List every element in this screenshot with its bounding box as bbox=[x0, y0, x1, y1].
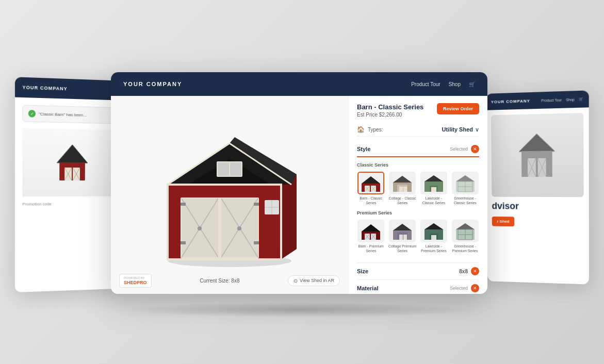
configurator-panel[interactable]: Barn - Classic Series Est Price $2,266.0… bbox=[348, 96, 487, 294]
shed-item-barn-premium[interactable]: Barn - Premium Series bbox=[357, 220, 385, 253]
shed-label-lakeside-premium: Lakeside - Premium Series bbox=[420, 244, 448, 253]
type-selector[interactable]: 🏠 Types: Utility Shed ∨ bbox=[357, 123, 479, 137]
back-right-cart-icon: 🛒 bbox=[579, 97, 583, 102]
product-header: Barn - Classic Series Est Price $2,266.0… bbox=[357, 103, 479, 118]
review-order-button[interactable]: Review Order bbox=[437, 103, 479, 114]
shedpro-badge: POWERED BY SHEDPRO bbox=[119, 274, 152, 288]
shed-label-cottage-classic: Cottage - Classic Series bbox=[388, 196, 417, 205]
scene: YOUR COMPANY "Classic Barn" has been... bbox=[0, 0, 604, 364]
shed-label-greenhouse-premium: Greenhouse - Premium Series bbox=[451, 244, 479, 253]
shed-label-barn-premium: Barn - Premium Series bbox=[357, 244, 385, 253]
type-chevron-icon: ∨ bbox=[475, 126, 479, 133]
size-section: Size 8x8 ✕ bbox=[357, 263, 479, 280]
svg-rect-23 bbox=[167, 184, 169, 260]
shed-thumb-greenhouse-classic bbox=[452, 172, 479, 194]
back-left-company-name: YOUR COMPANY bbox=[22, 85, 67, 91]
main-header: YOUR COMPANY Product Tour Shop 🛒 bbox=[111, 72, 487, 96]
size-section-title: Size bbox=[357, 268, 368, 274]
company-name: YOUR COMPANY bbox=[123, 81, 182, 87]
style-selected-badge: Selected bbox=[450, 146, 468, 152]
svg-rect-41 bbox=[218, 197, 221, 258]
shed-thumb-barn-classic bbox=[357, 172, 384, 194]
shed-item-lakeside-premium[interactable]: Lakeside - Premium Series bbox=[420, 220, 448, 253]
cottage-classic-svg bbox=[391, 173, 414, 193]
barn-premium-svg bbox=[360, 221, 382, 241]
notification-text: "Classic Barn" has been... bbox=[39, 111, 87, 117]
shed-thumb-lakeside-classic bbox=[420, 172, 447, 194]
shed-item-lakeside-classic[interactable]: Lakeside - Classic Series bbox=[420, 172, 448, 205]
shed-item-barn-classic[interactable]: Barn - Classic Series bbox=[357, 172, 385, 205]
svg-rect-45 bbox=[254, 241, 259, 244]
shed-footer: POWERED BY SHEDPRO Current Size: 8x8 Vie… bbox=[111, 274, 348, 288]
check-icon bbox=[28, 110, 36, 118]
shed-item-greenhouse-premium[interactable]: Greenhouse - Premium Series bbox=[451, 220, 479, 253]
svg-rect-9 bbox=[521, 151, 552, 177]
svg-rect-29 bbox=[218, 162, 229, 176]
back-right-header: YOUR COMPANY Product Tour Shop 🛒 bbox=[486, 90, 589, 110]
svg-rect-82 bbox=[399, 235, 403, 240]
shed-item-cottage-premium[interactable]: Cottage Premium Series bbox=[388, 220, 417, 253]
svg-marker-0 bbox=[57, 144, 88, 163]
shed-label-barn-classic: Barn - Classic Series bbox=[357, 196, 385, 205]
material-selected-badge: Selected bbox=[450, 286, 468, 291]
greenhouse-classic-svg bbox=[454, 173, 477, 193]
style-section: Style Selected ✕ Classic Series bbox=[357, 141, 479, 263]
size-section-header[interactable]: Size 8x8 ✕ bbox=[357, 267, 479, 275]
nav-shop[interactable]: Shop bbox=[449, 81, 461, 87]
main-card: YOUR COMPANY Product Tour Shop 🛒 bbox=[111, 72, 487, 294]
advisor-button[interactable]: r Shed bbox=[492, 217, 514, 226]
svg-rect-65 bbox=[431, 187, 436, 192]
price-line: Est Price $2,266.00 bbox=[357, 112, 423, 118]
svg-marker-63 bbox=[425, 175, 443, 181]
building-icon: 🏠 bbox=[357, 126, 365, 133]
back-right-nav-tour: Product Tour bbox=[541, 98, 562, 102]
svg-marker-18 bbox=[281, 174, 297, 259]
back-right-nav-shop: Shop bbox=[566, 97, 575, 102]
svg-rect-24 bbox=[280, 184, 282, 260]
shed-item-cottage-classic[interactable]: Cottage - Classic Series bbox=[388, 172, 417, 205]
material-check-icon: ✕ bbox=[471, 284, 479, 292]
lakeside-premium-svg bbox=[422, 221, 445, 241]
shed-preview-panel: POWERED BY SHEDPRO Current Size: 8x8 Vie… bbox=[111, 96, 348, 294]
svg-marker-85 bbox=[425, 223, 443, 229]
premium-series-label: Premium Series bbox=[357, 210, 479, 216]
back-right-card: YOUR COMPANY Product Tour Shop 🛒 bbox=[486, 90, 589, 284]
cart-icon[interactable]: 🛒 bbox=[469, 81, 475, 87]
shed-item-greenhouse-classic[interactable]: Greenhouse - Classic Series bbox=[451, 172, 479, 205]
type-value: Utility Shed bbox=[442, 126, 473, 133]
svg-marker-67 bbox=[456, 175, 475, 181]
svg-rect-22 bbox=[167, 184, 282, 186]
brand-shed: SHED bbox=[124, 280, 137, 285]
svg-marker-80 bbox=[393, 224, 412, 230]
svg-marker-72 bbox=[362, 224, 380, 231]
svg-point-35 bbox=[198, 226, 202, 230]
shed-label-lakeside-classic: Lakeside - Classic Series bbox=[420, 196, 448, 205]
material-section-title: Material bbox=[357, 285, 379, 291]
material-section-header[interactable]: Material Selected ✕ bbox=[357, 284, 479, 292]
greenhouse-premium-svg bbox=[454, 221, 477, 241]
size-value: 8x8 bbox=[459, 269, 468, 274]
shed-thumb-greenhouse-premium bbox=[452, 220, 479, 242]
view-in-ar-button[interactable]: View Shed in AR bbox=[288, 275, 340, 286]
shed-label-greenhouse-classic: Greenhouse - Classic Series bbox=[451, 196, 479, 205]
svg-rect-30 bbox=[230, 162, 241, 176]
classic-series-label: Classic Series bbox=[357, 162, 479, 168]
shed-thumb-barn-premium bbox=[357, 220, 384, 242]
svg-marker-8 bbox=[519, 134, 555, 152]
svg-marker-89 bbox=[456, 223, 475, 229]
style-section-header[interactable]: Style Selected ✕ bbox=[357, 145, 479, 157]
type-label: Types: bbox=[368, 127, 383, 133]
lakeside-classic-svg bbox=[422, 173, 445, 193]
price-label: Est Price bbox=[357, 112, 378, 118]
svg-rect-87 bbox=[431, 235, 436, 240]
style-check-icon: ✕ bbox=[471, 145, 479, 153]
promo-label: Promotion code bbox=[22, 201, 120, 206]
barn-classic-svg bbox=[360, 173, 382, 193]
shed-thumb-cottage-premium bbox=[389, 220, 416, 242]
advisor-shed-image bbox=[491, 113, 584, 197]
current-size: Current Size: 8x8 bbox=[200, 278, 239, 284]
main-shed-svg bbox=[152, 123, 307, 267]
nav-product-tour[interactable]: Product Tour bbox=[411, 81, 440, 87]
mini-shed-svg bbox=[52, 139, 93, 186]
back-right-company-name: YOUR COMPANY bbox=[491, 98, 530, 104]
